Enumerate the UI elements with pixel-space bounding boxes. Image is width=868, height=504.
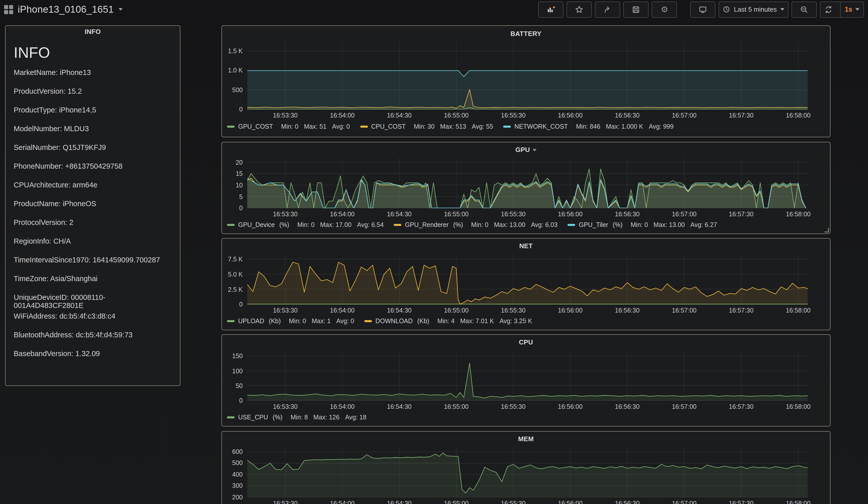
save-button[interactable] (623, 1, 649, 18)
legend-series-name[interactable]: UPLOAD (238, 318, 264, 325)
cpu-plot-area: 150100500 (225, 350, 827, 401)
info-field-productversion: ProductVersion: 15.2 (14, 87, 172, 106)
legend-item-GPU_Device[interactable]: GPU_Device(%)Min: 0Max: 17.00Avg: 6.54 (227, 222, 384, 229)
legend-item-NETWORK_COST[interactable]: NETWORK_COSTMin: 846Max: 1.000 KAvg: 999 (503, 123, 674, 130)
panel-title[interactable]: CPU (519, 338, 533, 346)
panel-resize-handle[interactable] (824, 228, 829, 232)
clock-icon (723, 6, 731, 13)
chart-svg[interactable] (247, 158, 808, 208)
y-axis-label: 0 (239, 205, 243, 212)
x-axis-label: 16:57:00 (672, 307, 696, 314)
refresh-button[interactable] (820, 2, 837, 17)
refresh-control: 1s (820, 1, 864, 18)
legend-stat-min: Min: 0 (281, 123, 298, 130)
chart-svg[interactable] (247, 254, 808, 304)
share-icon (604, 5, 612, 13)
legend-series-name[interactable]: GPU_COST (238, 123, 273, 130)
x-axis-label: 16:54:30 (387, 112, 412, 119)
legend-item-DOWNLOAD[interactable]: DOWNLOAD(Kb)Min: 4Max: 7.01 KAvg: 3.25 K (364, 318, 532, 325)
x-axis-label: 16:54:00 (330, 500, 354, 504)
battery-chart-canvas[interactable] (247, 42, 808, 109)
zoom-out-button[interactable] (792, 1, 817, 18)
info-field-producttype: ProductType: iPhone14,5 (14, 106, 172, 125)
legend-series-name[interactable]: CPU_COST (371, 123, 406, 130)
mem-panel: MEM 600500400300200 16:53:3016:54:0016:5… (221, 431, 830, 504)
legend-series-name[interactable]: GPU_Device (238, 222, 275, 229)
legend-stat-avg: Avg: 55 (472, 123, 493, 130)
y-axis-label: 7.5 K (228, 256, 243, 263)
legend-stat-min: Min: 846 (576, 123, 600, 130)
net-panel-header[interactable]: NET (225, 241, 827, 252)
legend-item-GPU_COST[interactable]: GPU_COSTMin: 0Max: 51Avg: 0 (227, 123, 350, 130)
add-panel-button[interactable] (538, 1, 564, 18)
info-field-timezone: TimeZone: Asia/Shanghai (14, 274, 172, 293)
time-range-picker[interactable]: Last 5 minutes (719, 1, 788, 18)
info-field-wifiaddress: WiFiAddress: dc:b5:4f:c3:d8:c4 (14, 312, 172, 331)
star-button[interactable] (567, 1, 592, 18)
panel-title[interactable]: GPU (515, 146, 530, 154)
gpu-panel-header[interactable]: GPU (225, 144, 827, 155)
panel-title[interactable]: MEM (518, 435, 534, 443)
legend-swatch-icon (360, 126, 368, 128)
legend-item-GPU_Tiler[interactable]: GPU_Tiler(%)Min: 0Max: 13.00Avg: 6.27 (568, 222, 717, 229)
legend-item-GPU_Renderer[interactable]: GPU_Renderer(%)Min: 0Max: 13.00Avg: 6.03 (394, 222, 557, 229)
mem-chart-canvas[interactable] (247, 447, 808, 497)
legend-series-name[interactable]: USE_CPU (238, 414, 268, 421)
info-panel-header[interactable]: INFO (6, 26, 180, 37)
y-axis-label: 1.0 K (228, 67, 243, 74)
legend-item-CPU_COST[interactable]: CPU_COSTMin: 30Max: 513Avg: 55 (360, 123, 493, 130)
x-axis-label: 16:57:00 (672, 211, 696, 218)
info-field-protocolversion: ProtocolVersion: 2 (14, 218, 172, 237)
info-field-bluetoothaddress: BluetoothAddress: dc:b5:4f:d4:59:73 (14, 331, 172, 349)
panel-title[interactable]: BATTERY (510, 30, 542, 37)
gpu-chart-canvas[interactable] (247, 158, 808, 208)
settings-button[interactable]: ⚙ (652, 1, 677, 18)
chart-svg[interactable] (247, 447, 808, 497)
chart-svg[interactable] (247, 350, 808, 401)
toolbar: ⚙ Last 5 minutes (538, 1, 864, 18)
net-chart-canvas[interactable] (247, 254, 808, 304)
panel-menu-caret-icon[interactable] (533, 149, 537, 151)
legend-item-USE_CPU[interactable]: USE_CPU(%)Min: 8Max: 126Avg: 18 (227, 414, 366, 421)
x-axis: 16:53:3016:54:0016:54:3016:55:0016:55:30… (247, 306, 808, 315)
x-axis-label: 16:57:30 (729, 307, 754, 314)
panel-title[interactable]: NET (519, 242, 533, 250)
legend-series-name[interactable]: GPU_Renderer (405, 222, 448, 229)
legend-series-name[interactable]: DOWNLOAD (375, 318, 413, 325)
info-field-basebandversion: BasebandVersion: 1.32.09 (14, 349, 172, 368)
info-panel: INFO INFO MarketName: iPhone13 ProductVe… (5, 25, 180, 386)
x-axis-label: 16:55:00 (444, 112, 468, 119)
legend-item-UPLOAD[interactable]: UPLOAD(Kb)Min: 0Max: 1Avg: 0 (227, 318, 354, 325)
legend-stat-max: Max: 1 (312, 318, 331, 325)
x-axis-label: 16:57:00 (672, 403, 696, 410)
x-axis-label: 16:57:00 (672, 112, 696, 119)
x-axis-label: 16:55:00 (444, 307, 468, 314)
y-axis-label: 5 (239, 193, 243, 200)
legend-series-stats: Min: 0Max: 13.00Avg: 6.03 (471, 222, 558, 229)
x-axis: 16:53:3016:54:0016:54:3016:55:0016:55:30… (247, 499, 808, 504)
legend-series-name[interactable]: NETWORK_COST (514, 123, 568, 130)
net-legend: UPLOAD(Kb)Min: 0Max: 1Avg: 0DOWNLOAD(Kb)… (225, 315, 827, 328)
chart-svg[interactable] (247, 42, 808, 109)
y-axis: 7.5 K5.0 K2.5 K0 (225, 254, 247, 304)
refresh-interval-dropdown[interactable]: 1s (840, 2, 864, 17)
legend-stat-avg: Avg: 6.54 (357, 222, 384, 229)
dashboard-title-button[interactable]: iPhone13_0106_1651 (4, 4, 122, 15)
cpu-chart-canvas[interactable] (247, 350, 808, 401)
cpu-panel-header[interactable]: CPU (225, 337, 827, 348)
battery-panel-header[interactable]: BATTERY (225, 28, 827, 39)
legend-series-name[interactable]: GPU_Tiler (579, 222, 608, 229)
y-axis-label: 150 (232, 353, 243, 360)
y-axis-label: 500 (232, 460, 243, 466)
mem-panel-header[interactable]: MEM (225, 433, 827, 444)
top-navbar: iPhone13_0106_1651 (0, 0, 868, 19)
share-button[interactable] (595, 1, 620, 18)
x-axis-label: 16:56:00 (558, 211, 582, 218)
panel-title[interactable]: INFO (85, 28, 101, 35)
legend-stat-min: Min: 4 (437, 318, 455, 325)
info-field-timeinterval: TimeIntervalSince1970: 1641459099.700287 (14, 256, 172, 274)
legend-series-stats: Min: 0Max: 17.00Avg: 6.54 (297, 222, 384, 229)
cycle-view-button[interactable] (690, 1, 716, 18)
dashboard-title[interactable]: iPhone13_0106_1651 (18, 4, 114, 15)
x-axis-label: 16:58:00 (786, 211, 810, 218)
